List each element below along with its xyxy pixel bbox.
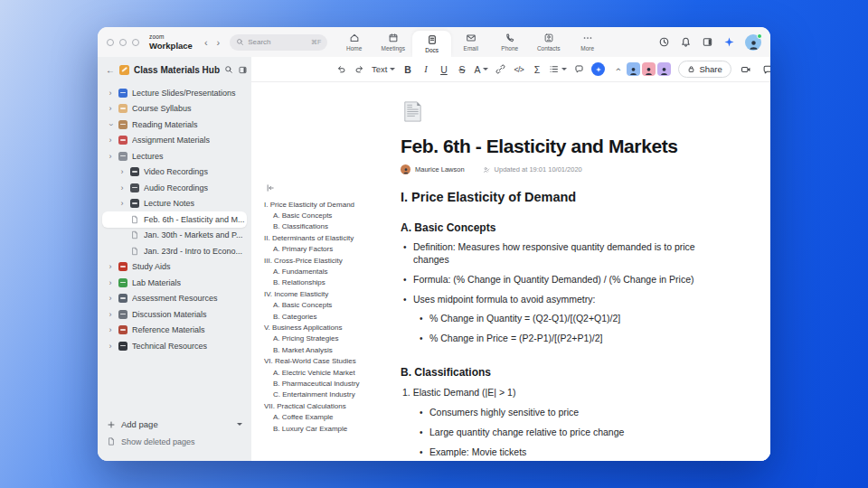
bullet-item[interactable]: % Change in Price = (P2-P1)/[(P2+P1)/2] — [401, 333, 703, 345]
tab-home[interactable]: Home — [335, 27, 373, 57]
sidebar-item-assignment-materials[interactable]: Assignment Materials — [102, 133, 247, 149]
underline-button[interactable]: U — [435, 61, 452, 79]
document-title[interactable]: Feb. 6th - Elasticity and Markets — [401, 136, 703, 157]
outline-item[interactable]: A. Pricing Strategies — [264, 333, 400, 344]
notifications-button[interactable] — [680, 36, 692, 48]
sidebar-back-button[interactable]: ← — [106, 65, 115, 75]
sidebar-item-lecture-notes[interactable]: Lecture Notes — [102, 196, 247, 212]
sidebar-item-reading-materials[interactable]: Reading Materials — [102, 117, 247, 133]
section-heading[interactable]: I. Price Elasticity of Demand — [401, 190, 703, 204]
chevron-down-icon[interactable] — [237, 423, 242, 426]
maximize-window-button[interactable] — [132, 39, 139, 46]
ai-sparkle-button[interactable] — [723, 36, 735, 48]
bullet-item[interactable]: Example: Movie tickets — [401, 446, 703, 459]
collapse-toolbar-button[interactable]: › — [609, 61, 626, 79]
collaborator-avatar[interactable] — [627, 62, 640, 76]
tab-meetings[interactable]: Meetings — [373, 27, 412, 57]
sidebar-item-reference-materials[interactable]: Reference Materials — [102, 323, 247, 339]
minimize-window-button[interactable] — [119, 39, 127, 46]
tab-phone[interactable]: Phone — [490, 27, 529, 57]
chevron-right-icon[interactable] — [107, 104, 114, 113]
history-button[interactable] — [658, 36, 670, 48]
outline-item[interactable]: IV. Income Elasticity — [264, 288, 400, 299]
outline-item[interactable]: A. Primary Factors — [264, 244, 400, 255]
chevron-right-icon[interactable] — [118, 199, 126, 208]
outline-item[interactable]: I. Price Elasticity of Demand — [264, 199, 400, 210]
ai-companion-button[interactable] — [591, 62, 605, 76]
sidebar-item-study-aids[interactable]: Study Aids — [102, 259, 247, 276]
sidebar-item-lab-materials[interactable]: Lab Materials — [102, 275, 247, 291]
collaborator-avatar[interactable] — [642, 62, 656, 76]
chevron-right-icon[interactable] — [107, 278, 114, 287]
numbered-item[interactable]: 1. Elastic Demand (|E| > 1) — [401, 387, 703, 399]
close-window-button[interactable] — [107, 39, 114, 46]
list-format-button[interactable] — [546, 61, 570, 79]
add-page-button[interactable]: Add page — [107, 416, 242, 433]
nav-forward-button[interactable]: › — [217, 37, 221, 48]
outline-item[interactable]: B. Luxury Car Example — [264, 423, 400, 434]
outline-item[interactable]: VII. Practical Calculations — [264, 400, 400, 411]
undo-button[interactable] — [333, 61, 350, 79]
video-camera-button[interactable] — [739, 62, 753, 77]
outline-item[interactable]: B. Market Analysis — [264, 344, 400, 355]
italic-button[interactable]: I — [417, 61, 434, 79]
strikethrough-button[interactable]: S — [453, 61, 470, 79]
chevron-right-icon[interactable] — [107, 262, 114, 271]
tab-docs[interactable]: Docs — [412, 31, 451, 57]
outline-item[interactable]: A. Fundamentals — [264, 266, 400, 277]
sidebar-item-video-recordings[interactable]: Video Recordings — [102, 164, 247, 181]
nav-back-button[interactable]: ‹ — [204, 37, 208, 48]
comment-button[interactable] — [571, 61, 588, 79]
bold-button[interactable]: B — [399, 61, 416, 79]
sidebar-item-lectures[interactable]: Lectures — [102, 148, 247, 164]
collaborator-avatar[interactable] — [657, 62, 671, 76]
sidebar-item-assessment-resources[interactable]: Assessment Resources — [102, 291, 247, 307]
bullet-item[interactable]: Uses midpoint formula to avoid asymmetry… — [401, 294, 703, 306]
subsection-heading[interactable]: A. Basic Concepts — [401, 221, 703, 234]
outline-item[interactable]: A. Basic Concepts — [264, 210, 400, 221]
chevron-right-icon[interactable] — [118, 183, 126, 192]
outline-item[interactable]: B. Categories — [264, 311, 400, 322]
bullet-item[interactable]: Formula: (% Change in Quantity Demanded)… — [401, 274, 703, 286]
link-button[interactable] — [492, 61, 509, 79]
chevron-right-icon[interactable] — [107, 310, 114, 319]
text-style-button[interactable]: Text — [369, 61, 398, 79]
sidebar-collapse-button[interactable] — [238, 65, 248, 75]
side-panel-button[interactable] — [702, 36, 713, 48]
tab-contacts[interactable]: Contacts — [529, 27, 568, 57]
outline-item[interactable]: A. Coffee Example — [264, 411, 400, 422]
redo-button[interactable] — [351, 61, 368, 79]
sidebar-item-course-syllabus[interactable]: Course Syllabus — [102, 101, 247, 117]
outline-item[interactable]: VI. Real-World Case Studies — [264, 355, 400, 366]
outline-item[interactable]: A. Basic Concepts — [264, 300, 400, 311]
outline-item[interactable]: III. Cross-Price Elasticity — [264, 255, 400, 266]
share-button[interactable]: Share — [678, 61, 731, 78]
sidebar-item-lecture-slides-presentations[interactable]: Lecture Slides/Presentations — [102, 85, 247, 101]
bullet-item[interactable]: Large quantity change relative to price … — [401, 427, 703, 439]
tab-more[interactable]: More — [568, 27, 607, 57]
chevron-right-icon[interactable] — [107, 136, 114, 145]
chevron-right-icon[interactable] — [118, 167, 126, 176]
sidebar-search-button[interactable] — [224, 65, 233, 74]
sidebar-item-technical-resources[interactable]: Technical Resources — [102, 338, 247, 354]
text-color-button[interactable]: A — [471, 61, 491, 79]
outline-item[interactable]: C. Entertainment Industry — [264, 389, 400, 400]
chat-button[interactable] — [760, 62, 770, 77]
bullet-item[interactable]: Definition: Measures how responsive quan… — [401, 241, 703, 267]
outline-item[interactable]: A. Electric Vehicle Market — [264, 367, 400, 378]
bullet-item[interactable]: % Change in Quantity = (Q2-Q1)/[(Q2+Q1)/… — [401, 313, 703, 325]
global-search-input[interactable]: Search ⌘F — [230, 34, 327, 51]
outline-item[interactable]: B. Pharmaceutical Industry — [264, 378, 400, 389]
page-item-jan-30th-markets-and-p[interactable]: Jan. 30th - Markets and P... — [102, 228, 247, 244]
user-avatar[interactable] — [745, 34, 761, 51]
chevron-right-icon[interactable] — [107, 294, 114, 303]
code-block-button[interactable]: </> — [510, 61, 527, 79]
chevron-right-icon[interactable] — [107, 325, 114, 334]
chevron-right-icon[interactable] — [107, 152, 114, 161]
tab-email[interactable]: Email — [451, 27, 490, 57]
outline-item[interactable]: B. Classifications — [264, 221, 400, 232]
collapse-outline-button[interactable] — [266, 183, 275, 192]
outline-item[interactable]: V. Business Applications — [264, 322, 400, 333]
page-item-jan-23rd-intro-to-econo[interactable]: Jan. 23rd - Intro to Econo... — [102, 243, 247, 259]
bullet-item[interactable]: Consumers highly sensitive to price — [401, 407, 703, 419]
